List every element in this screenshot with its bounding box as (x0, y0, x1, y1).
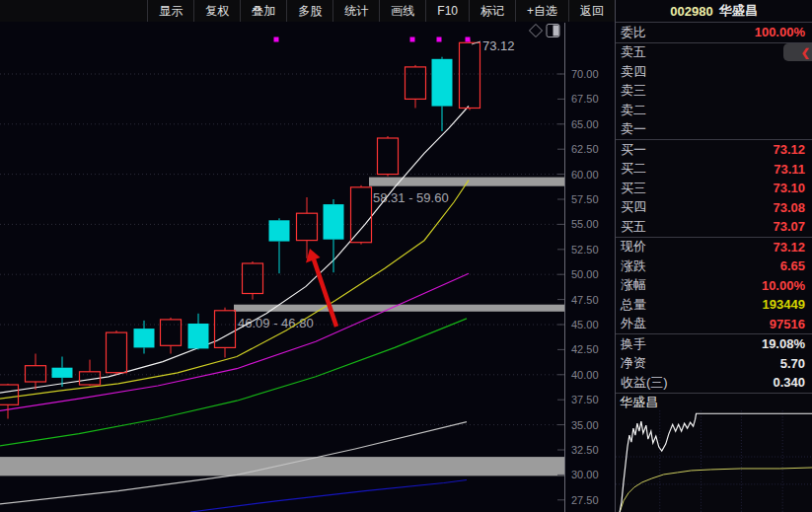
y-tick-label: 65.00 (571, 118, 599, 130)
candle-up (107, 332, 127, 373)
quote-label: 买三 (621, 180, 646, 197)
quote-row: 净资5.70 (616, 354, 812, 374)
quote-value: 100.00% (755, 25, 805, 39)
mark-dot (437, 37, 442, 42)
diamond-icon[interactable] (530, 25, 543, 37)
mark-dot (466, 37, 471, 42)
quote-value: 73.07 (773, 219, 805, 234)
candle-down (188, 324, 209, 348)
quote-value: 6.65 (780, 258, 805, 273)
y-tick-label: 55.00 (571, 218, 599, 230)
mini-avg-line (620, 467, 812, 512)
toolbar: 显示复权叠加多股统计画线F10标记+自选返回 (0, 0, 615, 22)
y-tick-label: 32.50 (571, 444, 599, 456)
candle-down (52, 368, 73, 378)
quote-value: 19.08% (762, 336, 805, 351)
quote-label: 卖一 (621, 120, 646, 138)
quote-row: 买一73.12 (616, 140, 812, 160)
highlight-band (369, 178, 564, 186)
quote-row: 总量193449 (616, 295, 812, 315)
quote-row: 卖一 (616, 120, 812, 140)
ma-yellow-line (0, 181, 469, 400)
y-tick-label: 47.50 (571, 294, 599, 306)
quote-label: 涨幅 (621, 276, 646, 294)
quote-value: 73.11 (774, 162, 805, 177)
quote-label: 卖五 (621, 43, 646, 61)
toolbar-button-addwatch[interactable]: +自选 (515, 0, 568, 22)
quote-row: 收益(三)0.340 (616, 373, 812, 393)
y-tick-label: 42.50 (571, 343, 599, 355)
toolbar-button-fuquan[interactable]: 复权 (193, 0, 240, 22)
quote-label: 卖三 (621, 82, 646, 100)
flag-icon: ❮ (801, 46, 810, 59)
toolbar-button-stats[interactable]: 统计 (332, 0, 379, 22)
candle-down (324, 204, 344, 240)
toolbar-button-display[interactable]: 显示 (147, 0, 193, 22)
mark-dot (410, 37, 415, 42)
candle-up (378, 138, 399, 175)
quote-row: 买二73.11 (616, 160, 812, 180)
y-tick-label: 50.00 (571, 268, 599, 280)
quote-row: 外盘97516 (616, 315, 812, 334)
quote-label: 现价 (621, 238, 646, 256)
y-tick-label: 35.00 (571, 419, 599, 431)
candle-up (406, 67, 426, 100)
y-tick-label: 60.00 (571, 169, 599, 181)
quote-label: 涨跌 (621, 257, 646, 275)
quote-value: 5.70 (780, 356, 805, 371)
quote-value: 73.12 (773, 240, 805, 255)
toolbar-button-overlay[interactable]: 叠加 (240, 0, 286, 22)
quote-value: 10.00% (762, 278, 805, 293)
quote-label: 收益(三) (621, 374, 668, 392)
quote-label: 总量 (621, 296, 646, 314)
toolbar-button-mark[interactable]: 标记 (469, 0, 515, 22)
quote-row: 涨跌6.65 (616, 256, 812, 276)
quote-row: 卖三 (616, 82, 812, 102)
y-tick-label: 57.50 (571, 193, 599, 205)
ma-blue-line (190, 480, 467, 512)
last-price-label: 73.12 (482, 38, 515, 53)
quote-row: 买三73.10 (616, 179, 812, 198)
panel-flag-button[interactable]: ❮ (783, 43, 812, 61)
toolbar-button-drawline[interactable]: 画线 (379, 0, 425, 22)
y-tick-label: 67.50 (571, 93, 599, 105)
candle-up (351, 187, 372, 243)
stock-code: 002980 (670, 4, 712, 19)
quote-label: 委比 (621, 24, 646, 41)
quote-row: 换手19.08% (616, 334, 812, 354)
quote-label: 卖二 (621, 102, 646, 119)
quote-row: 现价73.12 (616, 238, 812, 257)
quote-rows: 委比100.00%卖五卖四卖三卖二卖一买一73.12买二73.11买三73.10… (616, 23, 812, 393)
quote-label: 买五 (621, 218, 646, 236)
quote-label: 换手 (621, 335, 646, 353)
quote-row: 买五73.07 (616, 217, 812, 237)
candle-down (134, 329, 155, 347)
quote-value: 73.08 (773, 200, 805, 215)
quote-value: 73.12 (773, 142, 805, 157)
mini-price-line (620, 413, 812, 512)
candle-up (215, 311, 236, 348)
quote-label: 买四 (621, 198, 646, 216)
quote-label: 外盘 (621, 315, 646, 332)
quote-value: 0.340 (773, 375, 805, 390)
y-tick-label: 70.00 (571, 68, 599, 80)
toolbar-button-back[interactable]: 返回 (568, 0, 615, 22)
candle-down (432, 59, 453, 107)
quote-row: 买四73.08 (616, 198, 812, 218)
candle-up (297, 213, 318, 240)
y-tick-label: 45.00 (571, 319, 599, 330)
intraday-minichart[interactable] (616, 410, 812, 512)
quote-value: 73.10 (773, 181, 805, 195)
main-chart[interactable]: 58.31 - 59.6046.09 - 46.8070.0067.5065.0… (0, 0, 615, 512)
y-tick-label: 52.50 (571, 244, 599, 256)
y-tick-label: 40.00 (571, 369, 599, 381)
candle-up (0, 385, 19, 404)
app-window: 58.31 - 59.6046.09 - 46.8070.0067.5065.0… (0, 0, 812, 512)
quote-row: 涨幅10.00% (616, 276, 812, 296)
band-range-label: 58.31 - 59.60 (373, 190, 449, 205)
toolbar-button-f10[interactable]: F10 (425, 0, 469, 22)
quote-row: 卖二 (616, 101, 812, 120)
quote-value: 193449 (763, 297, 805, 312)
quote-label: 买一 (621, 141, 646, 159)
toolbar-button-multistock[interactable]: 多股 (286, 0, 332, 22)
